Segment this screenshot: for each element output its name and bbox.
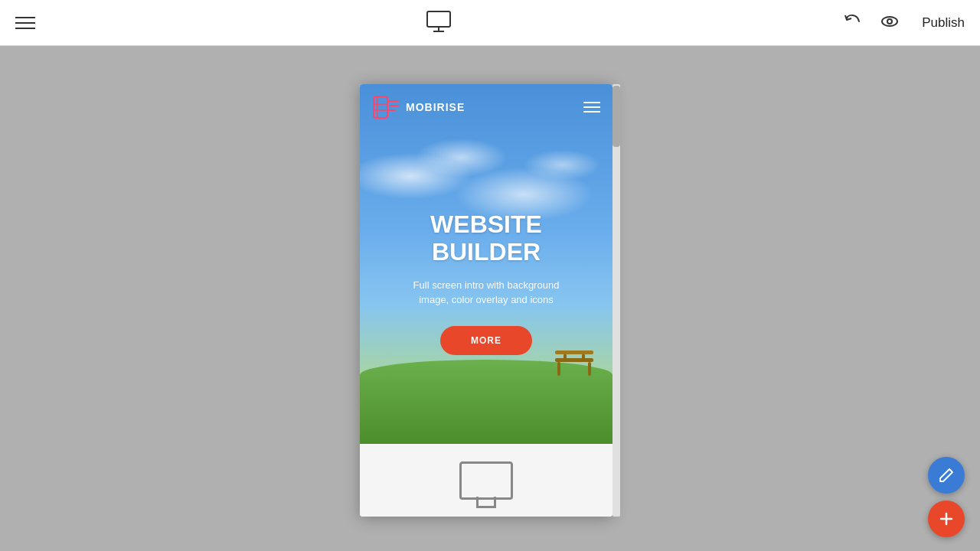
mobirise-logo-icon: [372, 93, 400, 121]
phone-scrollbar-thumb[interactable]: [612, 86, 620, 147]
brand-name: MOBIRISE: [406, 101, 465, 113]
svg-point-3: [882, 17, 897, 26]
toolbar-right: Publish: [842, 11, 965, 35]
toolbar-left: [15, 17, 35, 29]
svg-rect-11: [582, 354, 585, 362]
phone-hamburger-icon[interactable]: [583, 102, 600, 112]
phone-hero-section: WEBSITE BUILDER Full screen intro with b…: [360, 84, 612, 452]
svg-point-4: [887, 19, 892, 24]
phone-scrollbar[interactable]: [612, 84, 620, 517]
svg-rect-10: [564, 354, 567, 362]
edit-icon: [938, 467, 955, 484]
svg-rect-0: [427, 11, 450, 27]
toolbar: Publish: [0, 0, 980, 46]
publish-label: Publish: [922, 15, 965, 31]
phone-logo: MOBIRISE: [372, 93, 465, 121]
undo-icon[interactable]: [842, 11, 864, 35]
add-fab-button[interactable]: [928, 500, 965, 537]
hero-title: WEBSITE BUILDER: [430, 211, 542, 265]
monitor-icon[interactable]: [424, 7, 453, 39]
more-button[interactable]: MORE: [440, 326, 532, 355]
svg-rect-6: [555, 358, 593, 362]
phone-frame: WEBSITE BUILDER Full screen intro with b…: [360, 84, 612, 517]
phone-bottom-section: [360, 444, 612, 517]
add-icon: [938, 510, 955, 527]
svg-rect-9: [588, 362, 591, 376]
canvas-area: WEBSITE BUILDER Full screen intro with b…: [0, 46, 980, 551]
svg-rect-12: [374, 96, 387, 118]
hamburger-menu-button[interactable]: [15, 17, 35, 29]
phone-monitor-outline-icon: [459, 461, 513, 500]
toolbar-center: [424, 7, 453, 39]
phone-preview-wrapper: WEBSITE BUILDER Full screen intro with b…: [360, 84, 620, 517]
phone-bench: [551, 344, 597, 375]
hero-subtitle: Full screen intro with background image,…: [402, 278, 570, 308]
edit-fab-button[interactable]: [928, 457, 965, 494]
svg-rect-7: [555, 350, 593, 354]
publish-button[interactable]: Publish: [916, 15, 965, 31]
phone-content: WEBSITE BUILDER Full screen intro with b…: [360, 84, 612, 517]
eye-icon[interactable]: [879, 11, 900, 35]
phone-navbar: MOBIRISE: [360, 84, 612, 130]
svg-rect-8: [557, 362, 560, 376]
